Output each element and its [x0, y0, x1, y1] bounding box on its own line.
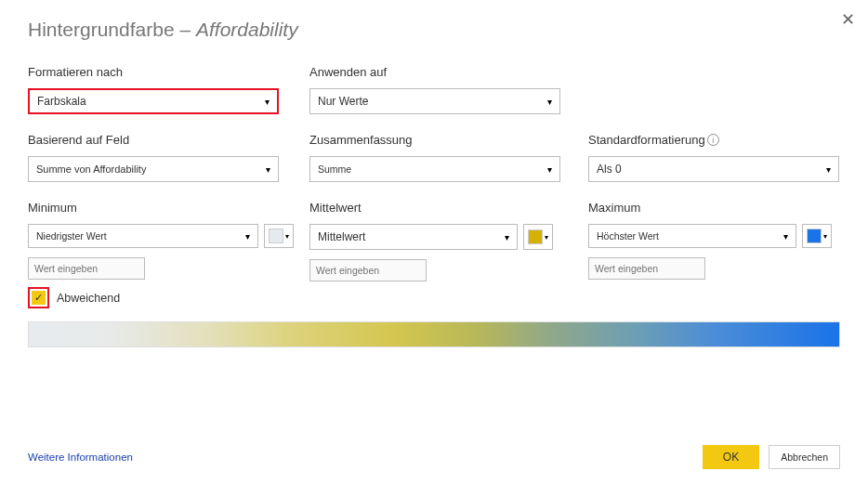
- chevron-down-icon: ▾: [245, 231, 250, 242]
- chevron-down-icon: ▾: [783, 231, 788, 242]
- chevron-down-icon: ▾: [285, 232, 289, 241]
- summary-value: Summe: [318, 164, 351, 175]
- maximum-value: Höchster Wert: [597, 230, 659, 242]
- midpoint-swatch: [528, 229, 543, 244]
- based-on-value: Summe von Affordability: [36, 164, 146, 175]
- minimum-value: Niedrigster Wert: [36, 230, 107, 242]
- format-by-select[interactable]: Farbskala ▾: [28, 88, 279, 114]
- diverging-checkbox[interactable]: ✓: [32, 291, 46, 305]
- maximum-select[interactable]: Höchster Wert ▾: [588, 224, 796, 248]
- maximum-swatch: [807, 229, 822, 243]
- minimum-color-picker[interactable]: ▾: [264, 224, 294, 248]
- title-field: Affordability: [196, 19, 298, 40]
- apply-to-select[interactable]: Nur Werte ▾: [309, 88, 560, 114]
- chevron-down-icon: ▾: [265, 97, 270, 107]
- minimum-swatch: [269, 229, 283, 243]
- dialog-title: Hintergrundfarbe – Affordability: [28, 19, 840, 41]
- ok-button[interactable]: OK: [703, 445, 759, 469]
- default-fmt-select[interactable]: Als 0 ▾: [588, 156, 839, 182]
- default-fmt-text: Standardformatierung: [588, 133, 705, 147]
- midpoint-label: Mittelwert: [309, 201, 588, 215]
- gradient-preview: [28, 321, 840, 347]
- minimum-select[interactable]: Niedrigster Wert ▾: [28, 224, 258, 248]
- maximum-label: Maximum: [588, 201, 837, 215]
- maximum-input[interactable]: [588, 257, 705, 280]
- chevron-down-icon: ▾: [547, 164, 552, 175]
- maximum-color-picker[interactable]: ▾: [802, 224, 832, 248]
- chevron-down-icon: ▾: [823, 232, 827, 241]
- summary-select[interactable]: Summe ▾: [309, 156, 560, 182]
- midpoint-color-picker[interactable]: ▾: [523, 224, 553, 250]
- format-by-value: Farbskala: [37, 95, 86, 108]
- default-fmt-label: Standardformatierungi: [588, 133, 837, 147]
- summary-label: Zusammenfassung: [309, 133, 588, 147]
- chevron-down-icon: ▾: [545, 233, 548, 242]
- chevron-down-icon: ▾: [547, 97, 552, 107]
- based-on-label: Basierend auf Feld: [28, 133, 309, 147]
- apply-to-label: Anwenden auf: [309, 65, 588, 79]
- midpoint-select[interactable]: Mittelwert ▾: [309, 224, 518, 250]
- chevron-down-icon: ▾: [826, 164, 831, 175]
- chevron-down-icon: ▾: [266, 164, 270, 175]
- midpoint-input[interactable]: [309, 259, 427, 281]
- info-icon: i: [707, 134, 719, 146]
- cancel-button[interactable]: Abbrechen: [769, 445, 840, 469]
- chevron-down-icon: ▾: [505, 232, 509, 242]
- close-icon[interactable]: ✕: [841, 9, 855, 30]
- midpoint-value: Mittelwert: [318, 230, 365, 243]
- more-info-link[interactable]: Weitere Informationen: [28, 451, 133, 463]
- diverging-checkbox-highlight: ✓: [28, 287, 49, 308]
- title-prefix: Hintergrundfarbe –: [28, 19, 196, 40]
- default-fmt-value: Als 0: [597, 163, 622, 176]
- minimum-input[interactable]: [28, 257, 145, 280]
- format-by-label: Formatieren nach: [28, 65, 309, 79]
- based-on-select[interactable]: Summe von Affordability ▾: [28, 156, 279, 182]
- minimum-label: Minimum: [28, 201, 309, 215]
- diverging-label: Abweichend: [57, 292, 120, 305]
- apply-to-value: Nur Werte: [318, 95, 368, 108]
